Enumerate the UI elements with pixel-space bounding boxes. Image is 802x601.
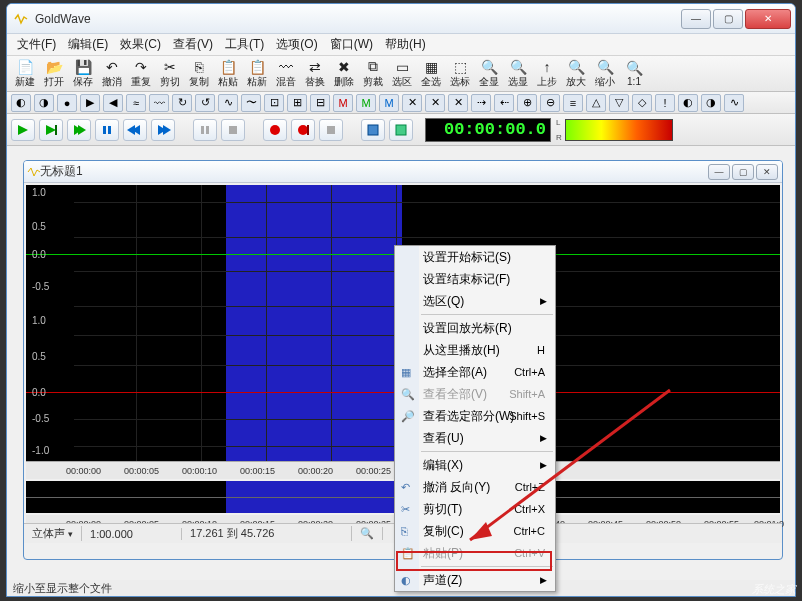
menu-file[interactable]: 文件(F) xyxy=(11,34,62,55)
fx-btn[interactable]: ∿ xyxy=(218,94,238,112)
tb-showsel[interactable]: 🔍选显 xyxy=(504,58,532,90)
menu-edit[interactable]: 编辑(E) xyxy=(62,34,114,55)
tb-zoomout[interactable]: 🔍缩小 xyxy=(591,58,619,90)
tb-open[interactable]: 📂打开 xyxy=(40,58,68,90)
fx-btn[interactable]: M xyxy=(333,94,353,112)
fx-btn[interactable]: 〜 xyxy=(241,94,261,112)
tb-redo[interactable]: ↷重复 xyxy=(127,58,155,90)
record2-button[interactable] xyxy=(291,119,315,141)
tb-mix[interactable]: 〰混音 xyxy=(272,58,300,90)
fx-btn[interactable]: 〰 xyxy=(149,94,169,112)
tb-save[interactable]: 💾保存 xyxy=(69,58,97,90)
tb-11[interactable]: 🔍1:1 xyxy=(620,58,648,90)
fx-btn[interactable]: M xyxy=(356,94,376,112)
fx-btn[interactable]: ▽ xyxy=(609,94,629,112)
fx-btn[interactable]: ✕ xyxy=(402,94,422,112)
menu-item[interactable]: 选区(Q)▶ xyxy=(395,290,555,312)
fx-btn[interactable]: ◐ xyxy=(678,94,698,112)
close-button[interactable]: ✕ xyxy=(745,9,791,29)
menu-item[interactable]: 设置开始标记(S) xyxy=(395,246,555,268)
ffwd-button[interactable] xyxy=(151,119,175,141)
play-sel-button[interactable] xyxy=(39,119,63,141)
menu-options[interactable]: 选项(O) xyxy=(270,34,323,55)
menu-item[interactable]: ⎘复制(C)Ctrl+C xyxy=(395,520,555,542)
fx-btn[interactable]: ⊕ xyxy=(517,94,537,112)
menu-view[interactable]: 查看(V) xyxy=(167,34,219,55)
props-button[interactable] xyxy=(361,119,385,141)
settings-button[interactable] xyxy=(389,119,413,141)
menu-item[interactable]: 🔎查看选定部分(W)Shift+S xyxy=(395,405,555,427)
fx-btn[interactable]: ▶ xyxy=(80,94,100,112)
play-loop-button[interactable] xyxy=(67,119,91,141)
fx-btn[interactable]: ⇢ xyxy=(471,94,491,112)
tb-replace[interactable]: ⇄替换 xyxy=(301,58,329,90)
minimize-button[interactable]: — xyxy=(681,9,711,29)
fx-btn[interactable]: ≈ xyxy=(126,94,146,112)
fx-btn[interactable]: ≡ xyxy=(563,94,583,112)
titlebar[interactable]: GoldWave — ▢ ✕ xyxy=(7,4,795,34)
status-selection[interactable]: 17.261 到 45.726 xyxy=(182,526,352,541)
fx-btn[interactable]: ⊖ xyxy=(540,94,560,112)
pause2-button[interactable] xyxy=(193,119,217,141)
menu-window[interactable]: 窗口(W) xyxy=(324,34,379,55)
menu-item[interactable]: 查看(U)▶ xyxy=(395,427,555,449)
menu-item[interactable]: ◐声道(Z)▶ xyxy=(395,569,555,591)
tb-paste[interactable]: 📋粘贴 xyxy=(214,58,242,90)
menu-item[interactable]: ✂剪切(T)Ctrl+X xyxy=(395,498,555,520)
tb-showall[interactable]: 🔍全显 xyxy=(475,58,503,90)
menu-item[interactable]: 设置回放光标(R) xyxy=(395,317,555,339)
menu-item[interactable]: 编辑(X)▶ xyxy=(395,454,555,476)
menu-item[interactable]: ▦选择全部(A)Ctrl+A xyxy=(395,361,555,383)
fx-btn[interactable]: ↺ xyxy=(195,94,215,112)
fx-btn[interactable]: ⊟ xyxy=(310,94,330,112)
fx-btn[interactable]: ◐ xyxy=(11,94,31,112)
record-stop-button[interactable] xyxy=(319,119,343,141)
tb-undo[interactable]: ↶撤消 xyxy=(98,58,126,90)
tb-copy[interactable]: ⎘复制 xyxy=(185,58,213,90)
status-zoom[interactable]: 1:00.000 xyxy=(82,528,182,540)
fx-btn[interactable]: ◇ xyxy=(632,94,652,112)
fx-btn[interactable]: ◑ xyxy=(34,94,54,112)
tb-cut[interactable]: ✂剪切 xyxy=(156,58,184,90)
menu-effect[interactable]: 效果(C) xyxy=(114,34,167,55)
menu-item[interactable]: ↶撤消 反向(Y)Ctrl+Z xyxy=(395,476,555,498)
tb-selall[interactable]: ▦全选 xyxy=(417,58,445,90)
menubar[interactable]: 文件(F) 编辑(E) 效果(C) 查看(V) 工具(T) 选项(O) 窗口(W… xyxy=(7,34,795,56)
tb-zoomin[interactable]: 🔍放大 xyxy=(562,58,590,90)
fx-btn[interactable]: ◑ xyxy=(701,94,721,112)
tb-new[interactable]: 📄新建 xyxy=(11,58,39,90)
stop-button[interactable] xyxy=(221,119,245,141)
fx-btn[interactable]: ◀ xyxy=(103,94,123,112)
tb-delete[interactable]: ✖删除 xyxy=(330,58,358,90)
fx-btn[interactable]: ✕ xyxy=(448,94,468,112)
fx-btn[interactable]: ∿ xyxy=(724,94,744,112)
tb-prev[interactable]: ↑上步 xyxy=(533,58,561,90)
record-button[interactable] xyxy=(263,119,287,141)
fx-btn[interactable]: ! xyxy=(655,94,675,112)
fx-btn[interactable]: ⊞ xyxy=(287,94,307,112)
menu-item[interactable]: 从这里播放(H)H xyxy=(395,339,555,361)
maximize-button[interactable]: ▢ xyxy=(713,9,743,29)
menu-help[interactable]: 帮助(H) xyxy=(379,34,432,55)
fx-btn[interactable]: ⊡ xyxy=(264,94,284,112)
fx-btn[interactable]: M xyxy=(379,94,399,112)
tb-sel[interactable]: ▭选区 xyxy=(388,58,416,90)
doc-min-button[interactable]: — xyxy=(708,164,730,180)
menu-item[interactable]: 设置结束标记(F) xyxy=(395,268,555,290)
fx-btn[interactable]: ⇠ xyxy=(494,94,514,112)
doc-titlebar[interactable]: 无标题1 — ▢ ✕ xyxy=(24,161,782,183)
menu-tool[interactable]: 工具(T) xyxy=(219,34,270,55)
pause-button[interactable] xyxy=(95,119,119,141)
play-button[interactable] xyxy=(11,119,35,141)
context-menu[interactable]: 设置开始标记(S)设置结束标记(F)选区(Q)▶设置回放光标(R)从这里播放(H… xyxy=(394,245,556,592)
tb-pastenew[interactable]: 📋粘新 xyxy=(243,58,271,90)
fx-btn[interactable]: △ xyxy=(586,94,606,112)
fx-btn[interactable]: ✕ xyxy=(425,94,445,112)
status-channel[interactable]: 立体声 ▾ xyxy=(24,526,82,541)
rew-button[interactable] xyxy=(123,119,147,141)
doc-max-button[interactable]: ▢ xyxy=(732,164,754,180)
fx-btn[interactable]: ↻ xyxy=(172,94,192,112)
tb-selmark[interactable]: ⬚选标 xyxy=(446,58,474,90)
tb-trim[interactable]: ⧉剪裁 xyxy=(359,58,387,90)
fx-btn[interactable]: ● xyxy=(57,94,77,112)
